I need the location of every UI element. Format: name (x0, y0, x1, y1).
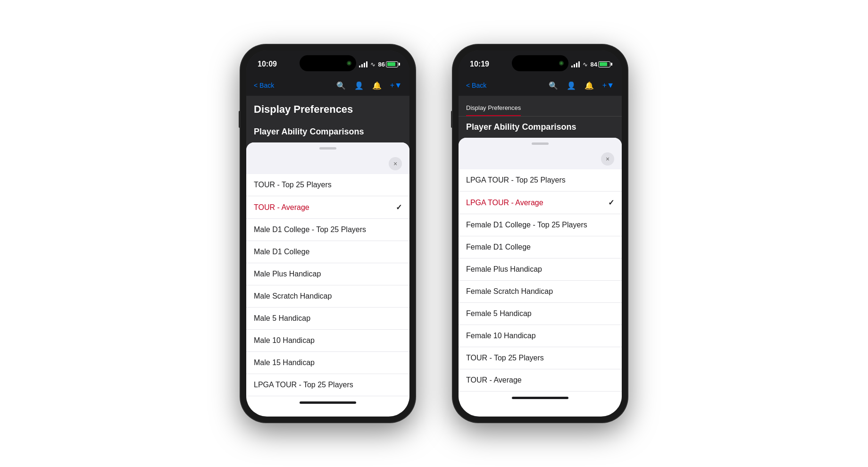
nav-icons-1: 🔍 👤 🔔 +▼ (336, 81, 402, 90)
camera-dot-2 (559, 61, 564, 66)
home-indicator-1 (246, 396, 409, 412)
sheet-close-row-2: × (459, 149, 622, 169)
bottom-sheet-2: × LPGA TOUR - Top 25 Players LPGA TOUR -… (459, 138, 622, 417)
page-header-1: Display Preferences (246, 96, 409, 121)
list-item-1-6[interactable]: Male 5 Handicap (246, 308, 409, 330)
tab-bar-2: Display Preferences (459, 96, 622, 117)
phones-container: 10:09 ∿ 86 (241, 45, 627, 422)
status-bar-1: 10:09 ∿ 86 (246, 50, 409, 75)
sheet-close-row-1: × (246, 153, 409, 174)
plus-icon-1[interactable]: +▼ (390, 81, 402, 90)
time-1: 10:09 (258, 60, 277, 68)
nav-icons-2: 🔍 👤 🔔 +▼ (549, 81, 614, 90)
list-item-2-2[interactable]: Female D1 College - Top 25 Players (459, 214, 622, 236)
list-item-2-9[interactable]: TOUR - Average (459, 369, 622, 392)
section-title-1: Player Ability Comparisons (246, 121, 409, 142)
list-items-2: LPGA TOUR - Top 25 Players LPGA TOUR - A… (459, 169, 622, 392)
camera-dot-1 (347, 61, 351, 66)
tab-display-prefs[interactable]: Display Preferences (466, 104, 521, 116)
sheet-handle-area-2 (459, 138, 622, 149)
list-item-2-6[interactable]: Female 5 Handicap (459, 303, 622, 325)
sheet-handle-area-1 (246, 142, 409, 153)
list-item-2-7[interactable]: Female 10 Handicap (459, 325, 622, 347)
list-item-2-8[interactable]: TOUR - Top 25 Players (459, 347, 622, 369)
list-item-2-0[interactable]: LPGA TOUR - Top 25 Players (459, 169, 622, 192)
battery-icon-2 (598, 61, 610, 67)
list-item-1-8[interactable]: Male 15 Handicap (246, 352, 409, 374)
dynamic-island-1 (300, 55, 356, 71)
home-indicator-2 (459, 392, 622, 408)
list-item-1-3[interactable]: Male D1 College (246, 241, 409, 263)
list-item-1-5[interactable]: Male Scratch Handicap (246, 285, 409, 308)
nav-bar-1: < Back 🔍 👤 🔔 +▼ (246, 75, 409, 96)
nav-bar-2: < Back 🔍 👤 🔔 +▼ (459, 75, 622, 96)
bell-icon-2[interactable]: 🔔 (584, 81, 594, 90)
phone-2-screen: 10:19 ∿ 84 (459, 50, 622, 417)
battery-icon-1 (386, 61, 398, 67)
time-2: 10:19 (470, 60, 489, 68)
search-icon-2[interactable]: 🔍 (549, 81, 558, 90)
back-button-2[interactable]: < Back (466, 82, 486, 89)
list-item-1-7[interactable]: Male 10 Handicap (246, 330, 409, 352)
plus-icon-2[interactable]: +▼ (602, 81, 614, 90)
dynamic-island-2 (512, 55, 568, 71)
search-icon-1[interactable]: 🔍 (336, 81, 346, 90)
close-button-2[interactable]: × (601, 152, 614, 166)
sheet-handle-2 (532, 142, 549, 145)
list-item-1-9[interactable]: LPGA TOUR - Top 25 Players (246, 374, 409, 396)
wifi-icon-1: ∿ (370, 61, 376, 68)
list-item-1-4[interactable]: Male Plus Handicap (246, 263, 409, 285)
wifi-icon-2: ∿ (583, 61, 588, 68)
phone-2: 10:19 ∿ 84 (453, 45, 627, 422)
signal-icon-2 (571, 61, 580, 67)
person-icon-2[interactable]: 👤 (567, 81, 576, 90)
list-item-1-0[interactable]: TOUR - Top 25 Players (246, 174, 409, 196)
home-bar-2 (512, 397, 568, 399)
back-button-1[interactable]: < Back (254, 82, 274, 89)
status-icons-2: ∿ 84 (571, 61, 610, 68)
bell-icon-1[interactable]: 🔔 (372, 81, 382, 90)
person-icon-1[interactable]: 👤 (354, 81, 364, 90)
battery-2: 84 (591, 61, 610, 68)
list-item-2-1[interactable]: LPGA TOUR - Average ✓ (459, 192, 622, 214)
signal-icon-1 (359, 61, 367, 67)
close-button-1[interactable]: × (389, 157, 402, 170)
phone-1-screen: 10:09 ∿ 86 (246, 50, 409, 417)
list-items-1: TOUR - Top 25 Players TOUR - Average ✓ M… (246, 174, 409, 396)
list-item-2-5[interactable]: Female Scratch Handicap (459, 281, 622, 303)
phone-1: 10:09 ∿ 86 (241, 45, 415, 422)
list-item-2-3[interactable]: Female D1 College (459, 236, 622, 259)
home-bar-1 (300, 401, 356, 404)
page-title-1: Display Preferences (254, 103, 402, 116)
status-bar-2: 10:19 ∿ 84 (459, 50, 622, 75)
list-item-1-2[interactable]: Male D1 College - Top 25 Players (246, 219, 409, 241)
sheet-handle-1 (319, 147, 336, 150)
battery-1: 86 (378, 61, 398, 68)
list-item-1-1[interactable]: TOUR - Average ✓ (246, 196, 409, 219)
section-title-2: Player Ability Comparisons (459, 117, 622, 138)
bottom-sheet-1: × TOUR - Top 25 Players TOUR - Average ✓… (246, 142, 409, 417)
status-icons-1: ∿ 86 (359, 61, 398, 68)
list-item-2-4[interactable]: Female Plus Handicap (459, 259, 622, 281)
